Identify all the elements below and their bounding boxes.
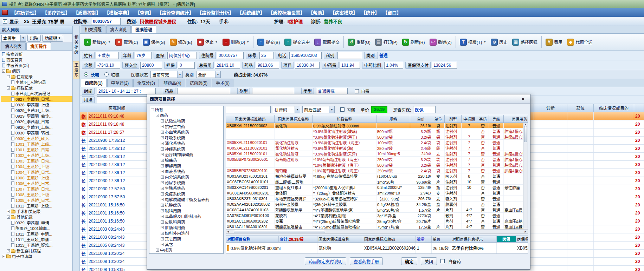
finance-field-value[interactable]: 18330.04 bbox=[295, 62, 320, 69]
tree-item[interactable]: 0928_李茜羽_上级... bbox=[1, 102, 72, 107]
finance-field-value[interactable]: 28143.10 bbox=[215, 62, 240, 69]
drug-row[interactable]: *10%葡萄糖注射液（海王）500ml/袋3.2/袋袋注射剂7否普通肿瘤&慢心衰 bbox=[226, 162, 528, 168]
undo-button[interactable]: ↩撤销(Z) bbox=[427, 37, 454, 48]
delete-button[interactable]: −删除(D)▼ bbox=[220, 37, 252, 48]
sidebar-tab-1[interactable]: 病历操作 bbox=[26, 42, 51, 50]
tree-expander-icon[interactable]: + bbox=[161, 215, 164, 218]
patient-field-value[interactable]: 闽侯分中心 bbox=[167, 52, 197, 59]
scrollbar-thumb[interactable] bbox=[524, 126, 527, 142]
tree-expander-icon[interactable]: + bbox=[161, 119, 164, 123]
modal-tree-item[interactable]: +免疫系统药 bbox=[150, 191, 223, 197]
tree-item[interactable]: 1004_王燕娇_上级... bbox=[1, 164, 72, 169]
main-tab-2[interactable]: 医嘱管理 bbox=[131, 25, 156, 33]
tree-expander-icon[interactable]: + bbox=[161, 153, 164, 156]
order-class-select[interactable]: 全部 ▼ bbox=[196, 71, 221, 78]
drug-row[interactable]: XB05BBP072B0020501葡萄糖注射液*10%葡萄糖注射液（海王）25… bbox=[226, 157, 528, 162]
tree-expander-icon[interactable]: + bbox=[161, 170, 164, 173]
modal-tree-item[interactable]: +抗微生物药 bbox=[150, 118, 223, 124]
modal-tree-item[interactable]: -西药 bbox=[150, 112, 223, 118]
menu-item[interactable]: 【路径监管分析】 bbox=[195, 8, 236, 17]
rebuild-button[interactable]: ↺重整(U) bbox=[346, 37, 373, 48]
menu-item[interactable]: 【质控标准设置】 bbox=[266, 8, 307, 17]
takeback-button[interactable]: ↓取回提交 bbox=[312, 37, 342, 48]
tree-item[interactable]: 疾病诊断 bbox=[1, 51, 72, 57]
drug-column-header[interactable]: 中标期 bbox=[462, 115, 477, 123]
tree-expander-icon[interactable]: + bbox=[161, 209, 164, 212]
dose-form-input[interactable] bbox=[252, 88, 294, 95]
tree-item[interactable]: 1013_王燕娇_疑难... bbox=[1, 242, 72, 248]
print-button[interactable]: ▤打印(P) bbox=[373, 37, 400, 48]
pinyin-code-select[interactable]: 拼音码 ▼ bbox=[273, 106, 300, 113]
tree-item[interactable]: +电子申请单 bbox=[1, 253, 72, 259]
modal-tree-item[interactable]: +其它西药 bbox=[150, 236, 223, 242]
modify-button[interactable]: ✎修改(E) bbox=[168, 37, 194, 48]
menu-item[interactable]: 【病历管理】 bbox=[10, 8, 41, 17]
tree-expander-icon[interactable]: + bbox=[161, 147, 164, 151]
modal-tree-item[interactable]: +眼科用药 bbox=[150, 208, 223, 213]
cancel-button[interactable]: ×取消(C) bbox=[113, 37, 140, 48]
stop-button[interactable]: ■停止▼ bbox=[195, 37, 220, 48]
drug-column-header[interactable]: 国家医保标准名称 bbox=[275, 115, 313, 123]
system-menu-icon[interactable] bbox=[2, 10, 8, 15]
tree-item[interactable]: 0929_李茜羽_上级... bbox=[1, 107, 72, 113]
new-button[interactable]: +新增(A)▼ bbox=[82, 37, 113, 48]
drug-row[interactable]: XB01ACL190A0010301硫酸氢氯吡格雷*4*7(75mg)硫酸氢氯吡… bbox=[226, 224, 528, 229]
tree-item[interactable]: 1006_王燕娇_上级... bbox=[1, 175, 72, 180]
tree-item[interactable]: -病历 bbox=[1, 68, 72, 74]
drug-row[interactable]: XA07BCM081P0010103蒙脱石*4*7蒙脱石散(湖南)3g*15袋/… bbox=[226, 213, 528, 218]
habit-checkbox[interactable] bbox=[340, 107, 344, 112]
modal-tree-item[interactable]: +肛肠科用药 bbox=[150, 225, 223, 230]
tree-item[interactable]: 0827_李茜羽_日常... bbox=[1, 96, 72, 102]
drug-column-header[interactable]: 单位 bbox=[432, 115, 445, 123]
menu-item[interactable]: 【质量控制】 bbox=[72, 8, 103, 17]
modal-tree-item[interactable]: +耳鼻喉及口腔科用药 bbox=[150, 213, 223, 219]
template-button[interactable]: T模版(T)▼ bbox=[458, 37, 488, 48]
match-mode-select[interactable]: 前后匹配 ▼ bbox=[302, 106, 335, 113]
submit-button[interactable]: ↑提交(B) bbox=[255, 37, 282, 48]
tree-expander-icon[interactable]: + bbox=[161, 125, 164, 128]
modal-tree-item[interactable]: +泌尿系统药 bbox=[150, 180, 223, 185]
tree-item[interactable]: 1007_王燕娇_日常... bbox=[1, 186, 72, 192]
menu-item[interactable]: 【帮助】 bbox=[307, 8, 328, 17]
tree-expander-icon[interactable]: + bbox=[161, 204, 164, 207]
modal-tree-item[interactable]: +血液系统药 bbox=[150, 168, 223, 174]
close-button[interactable]: 关闭 bbox=[421, 257, 437, 265]
tree-expander-icon[interactable]: + bbox=[161, 237, 164, 240]
drug-row[interactable]: XD02AAF020102010502妇科千金胶囊*(36s)妇科千金胶囊0.4… bbox=[226, 201, 528, 207]
modal-tree-item[interactable]: +其它 bbox=[150, 242, 223, 247]
time-input[interactable]: 2021 - 10 - 14 11 : 27 : bbox=[97, 88, 156, 95]
horizontal-scrollbar[interactable]: ◀▶ bbox=[226, 229, 528, 234]
self-pay-checkbox[interactable] bbox=[355, 89, 359, 93]
tree-item[interactable]: 0929_李茜羽_申请... bbox=[1, 220, 72, 225]
drug-tab-0[interactable]: 西成药(1) bbox=[81, 79, 107, 87]
orders-column-header[interactable]: 临床情况或目的 bbox=[594, 104, 634, 112]
drug-row[interactable]: *0.9%氯化钠注射液(玻璃)500ml/瓶3.2/瓶瓶注射剂否普通肿瘤&慢心衰 bbox=[226, 128, 528, 134]
pay-limit-desc-button[interactable]: 药品限定支付说明 bbox=[305, 257, 346, 265]
tree-item[interactable]: 1011_王燕娇_申请... bbox=[1, 237, 72, 242]
tree-expander-icon[interactable]: + bbox=[161, 243, 164, 246]
tree-item[interactable]: 0930_王燕娇_转入... bbox=[1, 136, 72, 141]
tree-item[interactable]: 1001_王燕娇_日常... bbox=[1, 147, 72, 152]
tree-item[interactable]: 0929_李茜羽_会诊... bbox=[1, 113, 72, 119]
tree-item[interactable]: +新生婴儿病程 bbox=[1, 248, 72, 253]
related-reminder-vertical-tab[interactable]: 相关提醒 bbox=[73, 35, 79, 55]
temp-order-radio[interactable] bbox=[104, 72, 109, 77]
modal-tree-item[interactable]: +神经系统药 bbox=[150, 146, 223, 152]
finance-field-value[interactable]: -7343.10 bbox=[96, 62, 120, 69]
close-icon[interactable]: × bbox=[519, 95, 527, 103]
tree-expander-icon[interactable]: + bbox=[161, 176, 164, 179]
tree-expander-icon[interactable]: + bbox=[161, 131, 164, 134]
drug-column-header[interactable]: 等级 bbox=[489, 115, 504, 123]
drug-column-header[interactable]: 医保用药 bbox=[504, 115, 528, 123]
tree-expander-icon[interactable]: + bbox=[7, 249, 10, 252]
orders-column-header[interactable]: 医嘱时间 bbox=[80, 104, 154, 112]
modal-tree-item[interactable]: +生殖系统药 bbox=[150, 185, 223, 191]
drug-tab-2[interactable]: 全成分(3) bbox=[133, 79, 159, 87]
tree-item[interactable]: 中医首页(新) bbox=[1, 62, 72, 68]
tree-expander-icon[interactable]: + bbox=[161, 142, 164, 145]
drug-store-input[interactable] bbox=[178, 88, 230, 95]
orders-column-header[interactable]: 诊断 bbox=[534, 104, 567, 112]
tree-expander-icon[interactable]: - bbox=[2, 70, 5, 73]
tree-item[interactable]: 西医首页 bbox=[1, 57, 72, 62]
menu-item[interactable]: 【诊疗管理】 bbox=[41, 8, 72, 17]
